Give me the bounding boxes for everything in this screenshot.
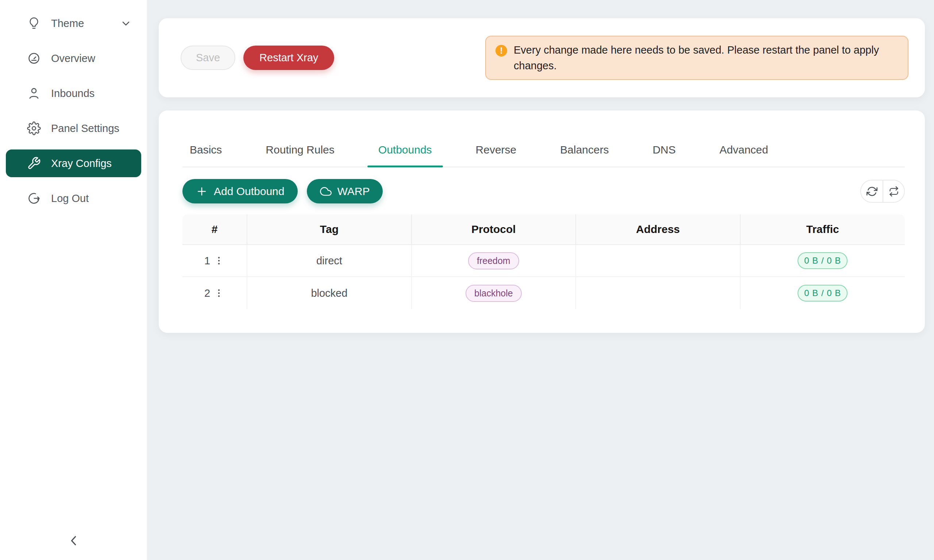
sidebar-item-label: Inbounds — [51, 88, 94, 100]
reset-traffic-button[interactable] — [883, 180, 904, 202]
table-row: 2 blocked blackhole 0 B / 0 B — [182, 277, 905, 309]
warp-label: WARP — [338, 185, 370, 198]
address-cell — [576, 277, 740, 309]
table-row: 1 direct freedom 0 B / 0 B — [182, 245, 905, 277]
lightbulb-icon — [27, 16, 41, 30]
alert-message: Every change made here needs to be saved… — [514, 42, 898, 73]
column-header-tag: Tag — [247, 214, 412, 245]
column-header-protocol: Protocol — [412, 214, 576, 245]
tab-reverse[interactable]: Reverse — [469, 143, 524, 167]
gear-icon — [27, 122, 41, 135]
sidebar-item-xray-configs[interactable]: Xray Configs — [6, 149, 141, 177]
tab-dns[interactable]: DNS — [646, 143, 683, 167]
column-header-address: Address — [576, 214, 740, 245]
main-content: Save Restart Xray Every change made here… — [147, 0, 934, 560]
sidebar-item-label: Log Out — [51, 192, 89, 205]
tab-basics[interactable]: Basics — [182, 143, 229, 167]
wrench-icon — [27, 156, 41, 170]
add-outbound-label: Add Outbound — [214, 185, 285, 198]
refresh-icon — [866, 186, 877, 197]
sidebar-collapse-button[interactable] — [64, 531, 83, 551]
table-tools-group — [860, 180, 905, 203]
chevron-left-icon — [66, 544, 82, 550]
sidebar-item-log-out[interactable]: Log Out — [6, 185, 141, 212]
column-header-traffic: Traffic — [741, 214, 905, 245]
row-index: 1 — [204, 255, 210, 267]
sidebar-nav: Theme Overview Inbounds Panel Settings — [0, 0, 147, 222]
save-button[interactable]: Save — [180, 46, 235, 70]
address-cell — [576, 245, 740, 277]
warning-circle-icon — [495, 45, 507, 57]
tag-cell: direct — [247, 245, 412, 277]
column-header-index: # — [182, 214, 247, 245]
sidebar-item-label: Xray Configs — [51, 157, 112, 169]
toolbar-card: Save Restart Xray Every change made here… — [159, 18, 925, 97]
traffic-badge: 0 B / 0 B — [798, 252, 848, 269]
row-index: 2 — [204, 287, 210, 299]
warp-button[interactable]: WARP — [307, 179, 383, 203]
xray-configs-card: Basics Routing Rules Outbounds Reverse B… — [159, 111, 925, 333]
chevron-down-icon — [120, 17, 132, 29]
tab-advanced[interactable]: Advanced — [712, 143, 775, 167]
refresh-button[interactable] — [861, 180, 883, 202]
repeat-icon — [889, 186, 899, 197]
sidebar-item-label: Overview — [51, 52, 95, 65]
sidebar-item-inbounds[interactable]: Inbounds — [6, 80, 141, 107]
sidebar: Theme Overview Inbounds Panel Settings — [0, 0, 147, 560]
traffic-badge: 0 B / 0 B — [798, 285, 848, 302]
sidebar-item-overview[interactable]: Overview — [6, 45, 141, 72]
sidebar-item-label: Theme — [51, 17, 84, 29]
warning-alert: Every change made here needs to be saved… — [485, 36, 908, 80]
table-header-row: # Tag Protocol Address Traffic — [182, 214, 905, 245]
row-menu-button[interactable] — [213, 255, 225, 266]
tag-cell: blocked — [247, 277, 412, 309]
sidebar-item-panel-settings[interactable]: Panel Settings — [6, 114, 141, 142]
protocol-badge: freedom — [468, 252, 519, 269]
tab-outbounds[interactable]: Outbounds — [371, 143, 439, 167]
restart-xray-button[interactable]: Restart Xray — [244, 46, 334, 70]
sidebar-item-label: Panel Settings — [51, 123, 119, 135]
outbounds-actions-row: Add Outbound WARP — [182, 179, 905, 203]
sidebar-item-theme[interactable]: Theme — [6, 9, 141, 37]
logout-icon — [27, 191, 41, 205]
plus-icon — [196, 185, 208, 198]
toolbar-buttons: Save Restart Xray — [180, 46, 334, 70]
cloud-icon — [320, 186, 331, 197]
protocol-badge: blackhole — [465, 285, 522, 302]
tab-bar: Basics Routing Rules Outbounds Reverse B… — [182, 143, 905, 167]
user-icon — [27, 86, 41, 100]
tab-balancers[interactable]: Balancers — [553, 143, 616, 167]
row-menu-button[interactable] — [213, 287, 225, 299]
outbounds-table: # Tag Protocol Address Traffic 1 — [182, 214, 905, 309]
tab-routing-rules[interactable]: Routing Rules — [258, 143, 342, 167]
add-outbound-button[interactable]: Add Outbound — [182, 179, 298, 203]
dashboard-gauge-icon — [27, 51, 41, 65]
